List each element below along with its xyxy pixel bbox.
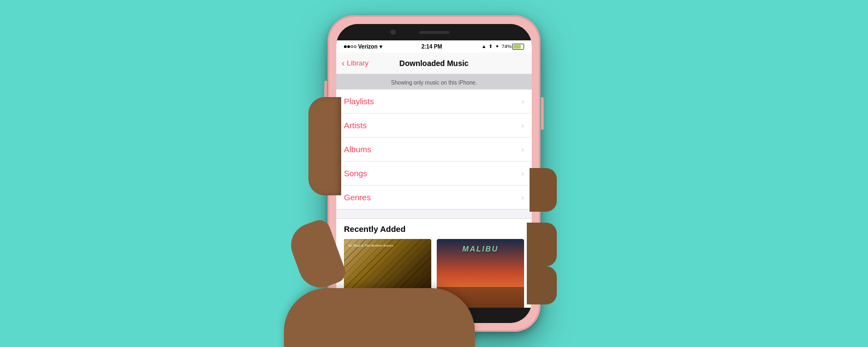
recently-added-title: Recently Added [344,224,524,234]
back-label: Library [347,59,368,67]
status-right: ▲ ⬆ ✦ 74% [481,44,524,50]
phone-top-bar [336,24,532,40]
signal-dot-1 [344,45,347,48]
status-time: 2:14 PM [421,44,442,50]
menu-list: Playlists › Artists › Albums › Songs › [336,89,532,209]
menu-label-songs: Songs [344,169,367,178]
chevron-genres-icon: › [521,193,524,202]
hand-palm-bottom [284,288,475,347]
chevron-artists-icon: › [521,121,524,130]
carrier-label: Verizon [358,44,378,50]
menu-item-playlists[interactable]: Playlists › [336,89,532,113]
battery-body [512,44,524,50]
status-bar: Verizon ▾ 2:14 PM ▲ ⬆ ✦ 74% [336,40,532,52]
phone-speaker [419,31,449,34]
signal-dots [344,45,356,48]
signal-dot-2 [347,45,350,48]
phone-inner: Verizon ▾ 2:14 PM ▲ ⬆ ✦ 74% [336,24,532,323]
location-icon: ⬆ [489,44,493,49]
wifi-icon: ▾ [379,44,382,50]
signal-dot-4 [354,45,356,48]
menu-item-genres[interactable]: Genres › [336,186,532,209]
hand-finger-left [308,97,341,195]
hand-finger-right-1 [530,168,557,212]
hand-finger-right-2 [527,223,557,266]
battery-fill [513,45,521,49]
phone-hand-container: Verizon ▾ 2:14 PM ▲ ⬆ ✦ 74% [328,15,540,332]
album-art-malibu-title: MALIBU [462,244,498,253]
bluetooth-icon: ✦ [495,44,500,49]
chevron-playlists-icon: › [521,97,524,106]
menu-item-artists[interactable]: Artists › [336,113,532,137]
signal-icon: ▲ [481,44,486,49]
phone-camera [390,29,396,35]
chevron-albums-icon: › [521,145,524,154]
info-banner-text: Showing only music on this iPhone. [391,80,477,86]
back-button[interactable]: ‹ Library [342,59,368,68]
info-banner: Showing only music on this iPhone. [336,74,532,89]
menu-label-artists: Artists [344,121,367,130]
menu-label-playlists: Playlists [344,97,374,106]
navigation-bar: ‹ Library Downloaded Music [336,52,532,74]
chevron-songs-icon: › [521,169,524,178]
signal-dot-3 [350,45,353,48]
phone-screen: Verizon ▾ 2:14 PM ▲ ⬆ ✦ 74% [336,40,532,308]
section-separator [336,209,532,219]
battery-indicator: 74% [502,44,524,50]
phone-body: Verizon ▾ 2:14 PM ▲ ⬆ ✦ 74% [328,15,540,332]
battery-percent-label: 74% [502,44,512,49]
hand-finger-right-3 [527,266,557,304]
album-artist-text: St. Paul & The Broken Bones [348,243,394,248]
nav-title: Downloaded Music [400,59,469,68]
menu-item-albums[interactable]: Albums › [336,137,532,161]
menu-label-genres: Genres [344,193,371,202]
menu-item-songs[interactable]: Songs › [336,161,532,186]
back-chevron-icon: ‹ [342,59,344,68]
menu-label-albums: Albums [344,145,371,154]
status-left: Verizon ▾ [344,44,382,50]
